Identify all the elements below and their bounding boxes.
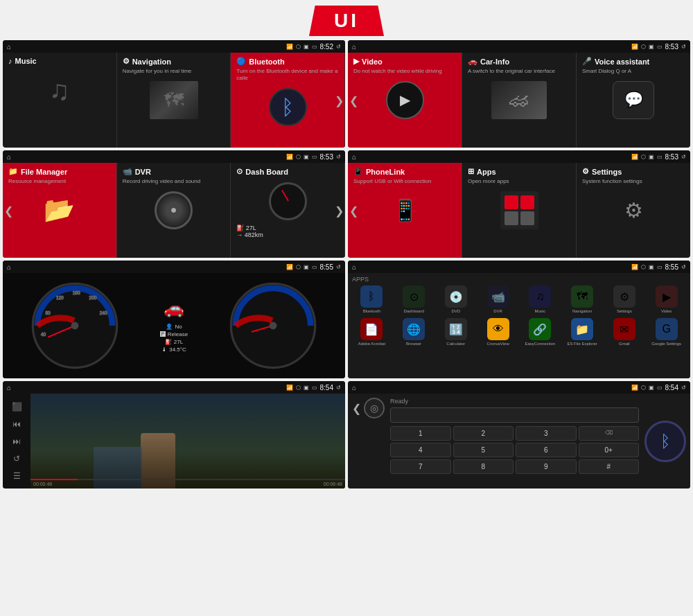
rpm-svg [228,281,318,371]
card-navigation[interactable]: ⚙ Navigation Navigate for you in real ti… [117,53,231,148]
bt-icon-3: ⬡ [296,154,301,160]
home-icon-1[interactable]: ⌂ [7,43,11,51]
key-7[interactable]: 7 [390,459,451,474]
app-nav-icon: 🗺 [571,285,593,308]
wifi-icon-5: 📶 [286,264,293,270]
card-music[interactable]: ♪ Music ♫ [3,53,117,148]
nav-icon-area: 🗺 [123,79,225,121]
keypad-dial-knob[interactable]: ◎ [364,398,385,419]
app-calc-label: Calculator [446,342,465,346]
time-8: 8:54 [665,384,678,391]
video-progress-bar[interactable] [30,479,345,480]
app-gmail[interactable]: ✉ Gmail [605,318,644,346]
keypad-left-arrow[interactable]: ❮ [352,402,361,415]
apps-grid-icon [500,191,538,229]
svg-text:80: 80 [45,310,51,315]
app-gsettings-label: Google Settings [651,342,681,346]
app-calculator[interactable]: 🔢 Calculator [437,318,476,346]
box-icon-3: ▣ [304,154,309,160]
card-music-title: ♪ Music [8,57,111,65]
right-arrow-1[interactable]: ❯ [335,94,344,107]
video-play-pause-icon[interactable]: ⬛ [12,402,22,412]
box-icon-1: ▣ [304,44,309,50]
card-filemanager[interactable]: 📁 File Manager Resource management 📂 [3,163,117,258]
keypad-display[interactable] [390,407,639,423]
key-6[interactable]: 6 [516,443,577,457]
card-phonelink[interactable]: 📱 PhoneLink Support USB or Wifi connecti… [348,163,462,258]
screen-7: ⌂ 📶 ⬡ ▣ ▭ 8:54 ↺ ⬛ ⏮ ⏭ ↺ ☰ [3,381,345,489]
app-easyconnect[interactable]: 🔗 EasyConnection [520,318,560,346]
card-voice[interactable]: 🎤 Voice assistant Smart Dialog Q or A 💬 [577,53,690,148]
app-bluetooth[interactable]: ᛒ Bluetooth [352,285,392,314]
home-icon-3[interactable]: ⌂ [7,153,11,161]
card-settings[interactable]: ⚙ Settings System function settings ⚙ [577,163,690,258]
box-icon-8: ▣ [649,385,654,391]
wifi-icon-8: 📶 [631,385,638,391]
video-next-icon[interactable]: ⏭ [12,437,21,446]
home-icon-8[interactable]: ⌂ [352,384,356,391]
app-browser[interactable]: 🌐 Browser [394,318,434,346]
back-icon-2[interactable]: ↺ [681,44,686,50]
key-3[interactable]: 3 [516,426,577,441]
bt-icon-4: ⬡ [641,154,646,160]
card-carinfo[interactable]: 🚗 Car-Info A switch to the original car … [462,53,577,148]
key-8[interactable]: 8 [453,459,514,474]
content-area-3: ❮ 📁 File Manager Resource management 📂 📹… [3,163,345,258]
back-icon-8[interactable]: ↺ [681,385,686,391]
svg-text:160: 160 [73,290,80,295]
time-3: 8:53 [320,153,333,161]
home-icon-4[interactable]: ⌂ [352,153,356,161]
app-google-settings[interactable]: G Google Settings [647,318,686,346]
app-es-label: ES File Explorer [567,342,597,346]
key-9[interactable]: 9 [516,459,577,474]
video-prev-icon[interactable]: ⏮ [12,419,21,429]
card-apps[interactable]: ⊞ Apps Open more apps [462,163,577,258]
card-dashboard[interactable]: ⊙ Dash Board ⛽ 27L → 482km [231,163,345,258]
app-settings[interactable]: ⚙ Settings [605,285,644,314]
card-bluetooth[interactable]: 🔵 Bluetooth Turn on the Bluetooth device… [231,53,345,148]
app-es-explorer[interactable]: 📁 ES File Explorer [563,318,602,346]
time-2: 8:53 [665,43,678,51]
key-hash[interactable]: # [579,459,640,474]
back-icon-1[interactable]: ↺ [336,44,341,50]
left-arrow-2[interactable]: ❮ [349,94,358,107]
app-navigation[interactable]: 🗺 Navigation [563,285,602,314]
battery-icon-1: ▭ [312,44,317,50]
home-icon-7[interactable]: ⌂ [7,384,11,391]
left-arrow-4[interactable]: ❮ [349,204,358,217]
app-dvd[interactable]: 💿 DVD [437,285,476,314]
key-2[interactable]: 2 [453,426,514,441]
back-icon-3[interactable]: ↺ [336,154,341,160]
home-icon-2[interactable]: ⌂ [352,43,356,51]
app-dashboard[interactable]: ⊙ Dashboard [394,285,434,314]
back-icon-5[interactable]: ↺ [336,264,341,270]
back-icon-4[interactable]: ↺ [681,154,686,160]
back-icon-6[interactable]: ↺ [681,264,686,270]
dvr-lens-icon: ● [155,191,193,229]
app-music-label: Music [535,309,546,314]
app-cronusview[interactable]: 👁 CronusView [478,318,518,346]
fuel-icon: ⛽ [165,339,172,345]
home-icon-5[interactable]: ⌂ [7,263,11,271]
right-arrow-3[interactable]: ❯ [335,204,344,217]
card-nav-title: ⚙ Navigation [123,57,225,66]
back-icon-7[interactable]: ↺ [336,385,341,391]
card-video[interactable]: ▶ Video Do not watch the video while dri… [348,53,462,148]
app-music[interactable]: ♫ Music [520,285,560,314]
voice-icon-area: 💬 [582,79,685,121]
card-dvr[interactable]: 📹 DVR Record driving video and sound ● [117,163,231,258]
app-dvr[interactable]: 📹 DVR [478,285,518,314]
app-video[interactable]: ▶ Video [647,285,686,314]
video-repeat-icon[interactable]: ↺ [13,454,20,464]
key-4[interactable]: 4 [390,443,451,457]
left-arrow-3[interactable]: ❮ [4,204,13,217]
key-backspace[interactable]: ⌫ [579,426,640,441]
key-1[interactable]: 1 [390,426,451,441]
app-acrobat[interactable]: 📄 Adobe Acrobat [352,318,392,346]
key-0plus[interactable]: 0+ [579,443,640,457]
status-right-2: 📶 ⬡ ▣ ▭ 8:53 ↺ [631,43,686,51]
home-icon-6[interactable]: ⌂ [352,263,356,271]
app-bluetooth-label: Bluetooth [363,309,380,314]
key-5[interactable]: 5 [453,443,514,457]
video-list-icon[interactable]: ☰ [13,471,21,481]
